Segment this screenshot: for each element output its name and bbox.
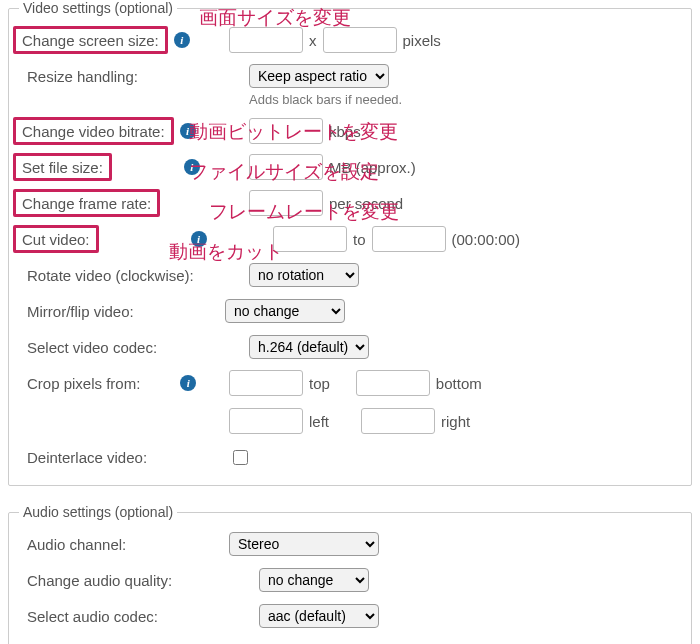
- row-video-codec: Select video codec: h.264 (default): [19, 329, 681, 365]
- select-video-codec[interactable]: h.264 (default): [249, 335, 369, 359]
- resize-hint: Adds black bars if needed.: [249, 92, 681, 107]
- highlight-bitrate: Change video bitrate:: [13, 117, 174, 145]
- row-audio-codec: Select audio codec: aac (default): [19, 598, 681, 634]
- annot-filesize: ファイルサイズを設定: [189, 162, 379, 181]
- label-mirror: Mirror/flip video:: [27, 303, 134, 320]
- label-video-codec: Select video codec:: [27, 339, 157, 356]
- row-resize-handling: Resize handling: Keep aspect ratio: [19, 58, 681, 94]
- row-crop: Crop pixels from: i top bottom: [19, 365, 681, 401]
- checkbox-deinterlace[interactable]: [233, 450, 248, 465]
- input-width[interactable]: [229, 27, 303, 53]
- annot-frame-rate: フレームレートを変更: [209, 202, 399, 221]
- select-resize-handling[interactable]: Keep aspect ratio: [249, 64, 389, 88]
- label-bitrate: Change video bitrate:: [22, 123, 165, 140]
- info-icon[interactable]: i: [174, 32, 190, 48]
- row-normalize-audio: Normalize audio:: [19, 634, 681, 644]
- audio-settings-legend: Audio settings (optional): [19, 504, 177, 520]
- select-rotate[interactable]: no rotation: [249, 263, 359, 287]
- label-left: left: [309, 413, 329, 430]
- sep-x: x: [309, 32, 317, 49]
- label-right: right: [441, 413, 470, 430]
- label-file-size: Set file size:: [22, 159, 103, 176]
- row-audio-quality: Change audio quality: no change: [19, 562, 681, 598]
- label-crop: Crop pixels from:: [27, 375, 140, 392]
- video-settings-legend: Video settings (optional): [19, 0, 177, 16]
- label-cut-video: Cut video:: [22, 231, 90, 248]
- info-icon[interactable]: i: [180, 375, 196, 391]
- select-audio-quality[interactable]: no change: [259, 568, 369, 592]
- input-cut-end[interactable]: [372, 226, 446, 252]
- sep-to: to: [353, 231, 366, 248]
- unit-pixels: pixels: [403, 32, 441, 49]
- row-mirror: Mirror/flip video: no change: [19, 293, 681, 329]
- input-cut-start[interactable]: [273, 226, 347, 252]
- video-settings-group: Video settings (optional) 画面サイズを変更 Chang…: [8, 0, 692, 486]
- row-rotate: Rotate video (clockwise): no rotation: [19, 257, 681, 293]
- row-audio-channel: Audio channel: Stereo: [19, 526, 681, 562]
- label-top: top: [309, 375, 330, 392]
- annot-cut: 動画をカット: [169, 242, 283, 261]
- input-crop-left[interactable]: [229, 408, 303, 434]
- label-audio-codec: Select audio codec:: [27, 608, 158, 625]
- label-audio-channel: Audio channel:: [27, 536, 126, 553]
- select-audio-codec[interactable]: aac (default): [259, 604, 379, 628]
- input-height[interactable]: [323, 27, 397, 53]
- label-deinterlace: Deinterlace video:: [27, 449, 147, 466]
- label-rotate: Rotate video (clockwise):: [27, 267, 194, 284]
- input-crop-top[interactable]: [229, 370, 303, 396]
- label-resize-handling: Resize handling:: [27, 68, 138, 85]
- label-audio-quality: Change audio quality:: [27, 572, 172, 589]
- highlight-frame-rate: Change frame rate:: [13, 189, 160, 217]
- highlight-cut-video: Cut video:: [13, 225, 99, 253]
- cut-hint: (00:00:00): [452, 231, 520, 248]
- annot-screen-size: 画面サイズを変更: [199, 8, 351, 27]
- row-deinterlace: Deinterlace video:: [19, 439, 681, 475]
- annot-bitrate: 動画ビットレートを変更: [189, 122, 398, 141]
- highlight-file-size: Set file size:: [13, 153, 112, 181]
- label-bottom: bottom: [436, 375, 482, 392]
- label-frame-rate: Change frame rate:: [22, 195, 151, 212]
- row-crop-2: left right: [229, 403, 681, 439]
- select-audio-channel[interactable]: Stereo: [229, 532, 379, 556]
- input-crop-bottom[interactable]: [356, 370, 430, 396]
- highlight-screen-size: Change screen size:: [13, 26, 168, 54]
- audio-settings-group: Audio settings (optional) Audio channel:…: [8, 504, 692, 644]
- select-mirror[interactable]: no change: [225, 299, 345, 323]
- label-screen-size: Change screen size:: [22, 32, 159, 49]
- row-cut-video: Cut video: i to (00:00:00): [19, 221, 681, 257]
- input-crop-right[interactable]: [361, 408, 435, 434]
